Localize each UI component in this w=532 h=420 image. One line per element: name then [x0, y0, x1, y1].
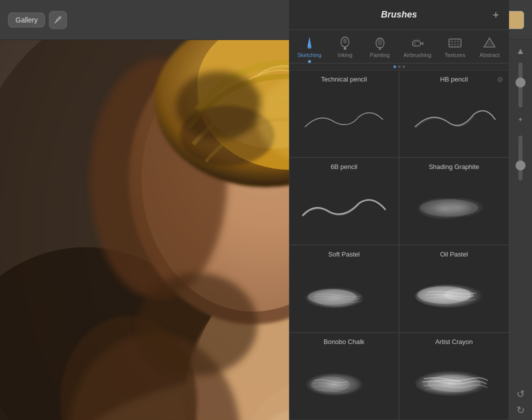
- wrench-icon: [54, 16, 62, 24]
- brush-preview-soft-pastel: [296, 262, 392, 327]
- bonobo-chalk-stroke: [296, 364, 392, 400]
- brush-settings-icon-hb[interactable]: ⚙: [497, 76, 504, 84]
- brush-name-6b-pencil: 6B pencil: [296, 163, 392, 170]
- brush-name-hb-pencil: HB pencil: [406, 76, 502, 83]
- brush-preview-oil-pastel: [406, 262, 502, 327]
- opacity-slider-track: [518, 136, 522, 180]
- brush-cell-6b-pencil[interactable]: 6B pencil: [289, 158, 399, 245]
- size-slider-thumb[interactable]: [516, 78, 526, 88]
- brush-cell-oil-pastel[interactable]: Oil Pastel: [399, 245, 509, 332]
- sketching-tab-label: Sketching: [298, 52, 322, 58]
- brush-name-soft-pastel: Soft Pastel: [296, 250, 392, 258]
- brush-name-bonobo-chalk: Bonobo Chalk: [296, 338, 392, 346]
- brush-preview-bonobo-chalk: [296, 350, 392, 414]
- brush-preview-artist-crayon: [406, 350, 502, 414]
- svg-point-56: [315, 290, 358, 307]
- painting-tab-label: Painting: [370, 52, 390, 58]
- page-dots: [289, 64, 509, 70]
- right-sidebar: ▲ ✦ ↺ ↻: [509, 40, 532, 420]
- 6b-pencil-stroke: [296, 190, 392, 224]
- hb-pencil-stroke: [406, 102, 502, 137]
- technical-pencil-stroke: [296, 102, 392, 137]
- brush-cell-hb-pencil[interactable]: HB pencil ⚙: [399, 70, 509, 158]
- brush-cell-soft-pastel[interactable]: Soft Pastel: [289, 245, 399, 332]
- brush-preview-technical-pencil: [296, 87, 392, 152]
- abstract-tab-label: Abstract: [480, 52, 500, 58]
- abstract-icon: [482, 36, 496, 50]
- svg-point-38: [343, 38, 347, 44]
- toolbar-left: Gallery: [8, 11, 67, 29]
- inking-icon: [338, 36, 352, 50]
- expand-icon[interactable]: ✦: [518, 116, 524, 124]
- brush-name-technical-pencil: Technical pencil: [296, 76, 392, 83]
- artist-crayon-stroke: [406, 364, 502, 400]
- gallery-button[interactable]: Gallery: [8, 12, 45, 28]
- scroll-up-button[interactable]: ▲: [514, 44, 527, 58]
- brush-preview-hb-pencil: [406, 87, 502, 152]
- sketching-icon: [302, 36, 316, 50]
- brush-name-oil-pastel: Oil Pastel: [406, 250, 502, 258]
- brush-preview-shading-graphite: [406, 174, 502, 240]
- undo-redo-group: ↺ ↻: [516, 388, 525, 416]
- tab-inking[interactable]: Inking: [330, 34, 360, 63]
- svg-point-61: [311, 376, 350, 392]
- svg-point-63: [428, 374, 481, 392]
- inking-tab-label: Inking: [338, 52, 352, 58]
- airbrushing-tab-label: Airbrushing: [404, 52, 432, 58]
- brush-cell-shading-graphite[interactable]: Shading Graphite: [399, 158, 509, 245]
- shading-graphite-stroke: [406, 190, 502, 224]
- add-brush-button[interactable]: +: [492, 8, 499, 22]
- brush-cell-bonobo-chalk[interactable]: Bonobo Chalk: [289, 332, 399, 420]
- redo-button[interactable]: ↻: [516, 404, 525, 416]
- brush-cell-technical-pencil[interactable]: Technical pencil: [289, 70, 399, 158]
- dot-1: [394, 66, 396, 68]
- brush-grid: Technical pencil HB pencil ⚙ 6B pencil: [289, 70, 509, 420]
- soft-pastel-stroke: [296, 277, 392, 312]
- brush-cell-artist-crayon[interactable]: Artist Crayon: [399, 332, 509, 420]
- textures-tab-label: Textures: [444, 52, 466, 58]
- svg-marker-36: [308, 37, 310, 47]
- svg-point-40: [378, 38, 382, 46]
- category-tabs: Sketching Inking Painting: [289, 30, 509, 64]
- brush-name-shading-graphite: Shading Graphite: [406, 163, 502, 170]
- oil-pastel-stroke: [406, 277, 502, 312]
- brush-preview-6b-pencil: [296, 174, 392, 240]
- dot-2: [398, 66, 400, 68]
- undo-button[interactable]: ↺: [516, 388, 525, 400]
- tab-abstract[interactable]: Abstract: [474, 34, 504, 63]
- brushes-title: Brushes: [381, 10, 417, 20]
- tab-sketching[interactable]: Sketching: [294, 34, 326, 63]
- settings-button[interactable]: [49, 11, 67, 29]
- dot-3: [402, 66, 405, 68]
- tab-textures[interactable]: Textures: [440, 34, 470, 63]
- size-slider-track: [518, 62, 522, 108]
- brushes-header: Brushes +: [289, 0, 509, 30]
- tab-painting[interactable]: Painting: [365, 34, 395, 63]
- tab-airbrushing[interactable]: Airbrushing: [400, 34, 436, 63]
- opacity-slider-thumb[interactable]: [516, 160, 526, 170]
- svg-point-42: [414, 42, 416, 44]
- svg-point-53: [420, 199, 478, 216]
- svg-point-59: [444, 288, 474, 300]
- airbrushing-icon: [410, 36, 424, 50]
- brush-name-artist-crayon: Artist Crayon: [406, 338, 502, 346]
- textures-icon: [448, 36, 462, 50]
- brushes-panel: Brushes + Sketching Inking: [289, 0, 509, 420]
- painting-icon: [373, 36, 387, 50]
